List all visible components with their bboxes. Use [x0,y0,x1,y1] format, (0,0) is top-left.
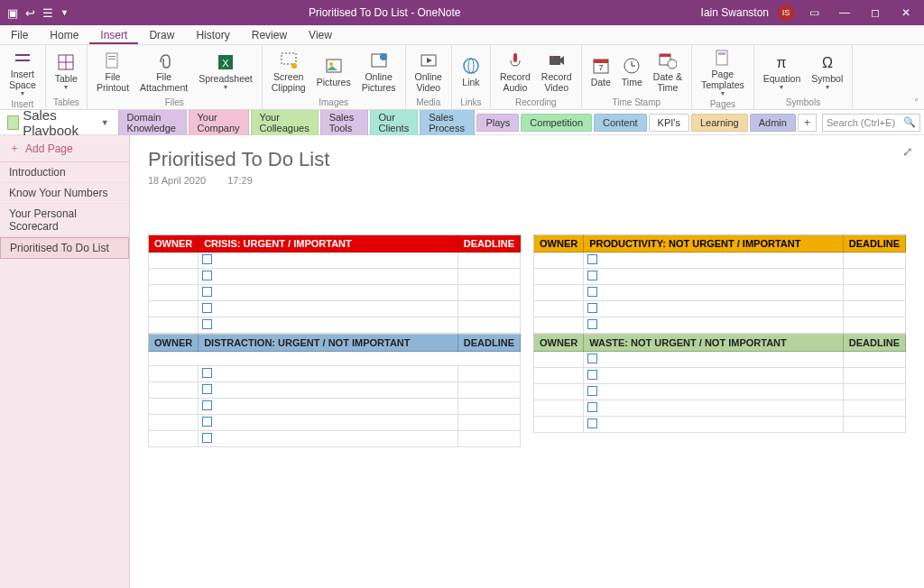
qat-customize-icon[interactable]: ▼ [60,8,69,17]
ribbon-btn-pictures[interactable]: Pictures [313,55,355,89]
checkbox-icon[interactable] [202,287,212,297]
table-cell[interactable] [457,382,520,399]
menu-tab-insert[interactable]: Insert [89,25,138,44]
ribbon-display-icon[interactable]: ▭ [803,6,825,19]
table-cell[interactable] [584,368,844,384]
checkbox-icon[interactable] [202,271,212,280]
table-cell[interactable] [199,253,458,269]
table-cell[interactable] [534,368,584,384]
table-cell[interactable] [843,352,905,368]
table-cell[interactable] [149,317,199,334]
table-cell[interactable] [843,368,905,384]
table-cell[interactable] [457,317,520,334]
table-row[interactable] [534,269,906,285]
table-cell[interactable] [534,285,584,301]
table-cell[interactable] [457,253,520,269]
table-cell[interactable] [843,269,905,285]
table-cell[interactable] [149,431,199,447]
menu-tab-review[interactable]: Review [241,25,298,44]
table-cell[interactable] [843,417,905,433]
table-cell[interactable] [534,317,584,334]
ribbon-btn-table[interactable]: Table▾ [51,51,81,93]
table-cell[interactable] [584,253,844,269]
table-cell[interactable] [457,431,520,447]
table-row[interactable] [534,253,906,269]
table-row[interactable] [149,382,521,399]
add-page-button[interactable]: ＋ Add Page [0,135,129,161]
table-row[interactable] [534,352,906,368]
table-cell[interactable] [149,301,199,317]
page-item-introduction[interactable]: Introduction [0,162,129,183]
checkbox-icon[interactable] [587,418,597,428]
table-cell[interactable] [843,285,905,301]
ribbon-btn-page-templates[interactable]: PageTemplates▾ [698,47,748,99]
checkbox-icon[interactable] [587,287,597,297]
table-cell[interactable] [457,301,520,317]
checkbox-icon[interactable] [587,303,597,313]
page-item-prioritised-to-do-list[interactable]: Prioritised To Do List [0,237,129,259]
section-tab-plays[interactable]: Plays [476,114,519,132]
ribbon-btn-screen-clipping[interactable]: ScreenClipping [268,50,310,94]
table-cell[interactable] [534,269,584,285]
table-row[interactable] [149,399,521,415]
checkbox-icon[interactable] [202,400,212,410]
table-cell[interactable] [534,301,584,317]
collapse-ribbon-icon[interactable]: ˄ [914,97,919,107]
checkbox-icon[interactable] [202,368,212,378]
section-tab-sales-process[interactable]: Sales Process [420,108,475,137]
table-cell[interactable] [584,400,844,417]
table-row[interactable] [534,285,906,301]
table-row[interactable] [534,317,906,334]
table-cell[interactable] [457,285,520,301]
section-tab-our-clients[interactable]: Our Clients [370,108,419,137]
ribbon-btn-link[interactable]: Link [457,55,485,89]
ribbon-btn-online-video[interactable]: OnlineVideo [411,50,446,94]
checkbox-icon[interactable] [202,433,212,443]
table-row[interactable] [149,269,521,285]
table-row[interactable] [149,317,521,334]
table-cell[interactable] [149,399,199,415]
search-box[interactable]: Search (Ctrl+E) 🔍 [822,114,920,132]
table-cell[interactable] [584,317,844,334]
checkbox-icon[interactable] [202,417,212,427]
table-row[interactable] [149,253,521,269]
section-tab-content[interactable]: Content [594,114,647,132]
user-avatar[interactable]: IS [778,5,794,21]
table-cell[interactable] [457,415,520,431]
ribbon-btn-file-attachment[interactable]: FileAttachment [136,50,191,94]
checkbox-icon[interactable] [587,354,597,363]
table-cell[interactable] [149,366,199,382]
table-cell[interactable] [199,382,458,399]
user-name[interactable]: Iain Swanston [701,6,769,19]
checkbox-icon[interactable] [587,370,597,380]
section-tab-learning[interactable]: Learning [691,114,748,132]
table-cell[interactable] [199,415,458,431]
table-row[interactable] [149,431,521,447]
table-cell[interactable] [199,366,458,382]
table-cell[interactable] [199,269,458,285]
table-cell[interactable] [149,382,199,399]
menu-tab-home[interactable]: Home [39,25,89,44]
table-row[interactable] [149,415,521,431]
minimize-button[interactable]: — [834,6,855,19]
table-row[interactable] [534,368,906,384]
table-cell[interactable] [457,269,520,285]
ribbon-btn-date-time[interactable]: Date &Time [650,50,686,94]
table-row[interactable] [534,384,906,400]
table-cell[interactable] [584,269,844,285]
page-item-your-personal-scorecard[interactable]: Your Personal Scorecard [0,204,129,237]
section-tab-competition[interactable]: Competition [521,114,592,132]
maximize-button[interactable]: ◻ [864,6,886,19]
table-cell[interactable] [199,431,458,447]
menu-tab-view[interactable]: View [298,25,343,44]
qat-touch-icon[interactable]: ☰ [42,6,53,20]
page-title[interactable]: Prioritised To Do List [148,148,906,171]
table-row[interactable] [534,400,906,417]
menu-tab-draw[interactable]: Draw [138,25,185,44]
table-cell[interactable] [199,301,458,317]
checkbox-icon[interactable] [587,319,597,329]
full-page-view-icon[interactable]: ⤢ [902,144,913,159]
ribbon-btn-online-pictures[interactable]: OnlinePictures [358,50,400,94]
checkbox-icon[interactable] [587,271,597,280]
ribbon-btn-time[interactable]: Time [618,55,646,89]
